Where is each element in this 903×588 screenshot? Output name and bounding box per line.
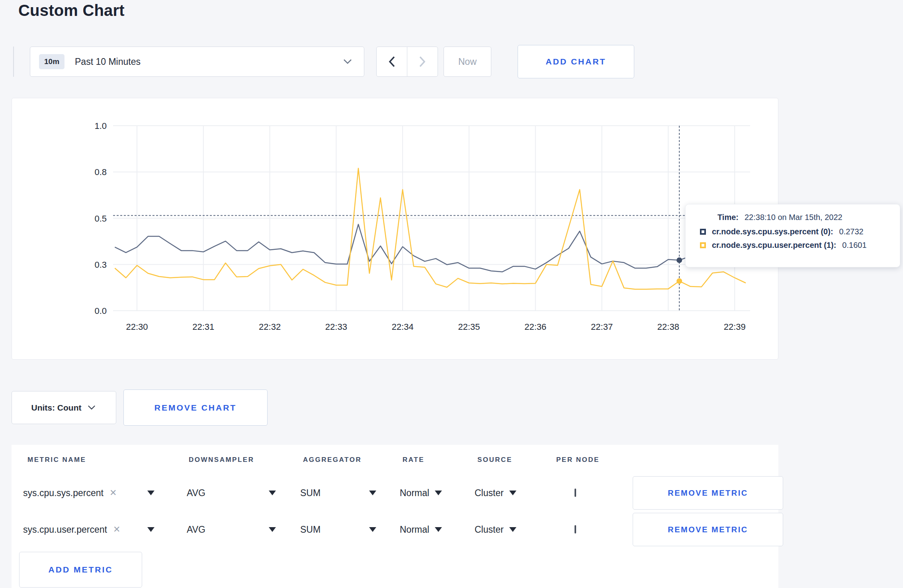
svg-text:22:33: 22:33 — [325, 322, 347, 332]
tooltip-series-row: cr.node.sys.cpu.user.percent (1): 0.1601 — [700, 241, 900, 250]
svg-text:22:35: 22:35 — [458, 322, 480, 332]
source-select[interactable]: Cluster — [475, 524, 553, 535]
time-range-select[interactable]: 10m Past 10 Minutes — [30, 47, 364, 77]
svg-text:22:36: 22:36 — [524, 322, 546, 332]
chevron-down-icon — [88, 405, 96, 411]
rate-select[interactable]: Normal — [400, 524, 475, 535]
next-range-button[interactable] — [407, 47, 438, 77]
per-node-checkbox[interactable] — [575, 525, 576, 533]
chevron-right-icon — [419, 56, 426, 68]
rate-select[interactable]: Normal — [400, 488, 475, 498]
col-header-source: SOURCE — [477, 456, 556, 464]
units-label: Units: Count — [31, 403, 82, 413]
caret-down-icon — [269, 527, 276, 532]
page-title: Custom Chart — [18, 2, 125, 19]
caret-down-icon — [509, 527, 516, 532]
caret-down-icon — [147, 491, 154, 495]
svg-text:22:38: 22:38 — [657, 322, 679, 332]
aggregator-select[interactable]: SUM — [300, 488, 376, 498]
metrics-table: METRIC NAME DOWNSAMPLER AGGREGATOR RATE … — [12, 445, 778, 588]
remove-metric-button[interactable]: REMOVE METRIC — [633, 476, 783, 510]
table-row: sys.cpu.user.percent ✕ AVG SUM Normal Cl… — [12, 511, 778, 548]
rate-value: Normal — [400, 488, 429, 498]
col-header-aggregator: AGGREGATOR — [303, 456, 403, 464]
aggregator-value: SUM — [300, 488, 321, 498]
series-swatch-sys — [700, 229, 706, 235]
col-header-per-node: PER NODE — [556, 456, 624, 464]
chart-canvas[interactable]: 1.00.80.50.30.022:3022:3122:3222:3322:34… — [12, 98, 778, 359]
tooltip-series-label: cr.node.sys.cpu.sys.percent (0): — [712, 227, 833, 236]
downsampler-select[interactable]: AVG — [187, 488, 276, 498]
svg-text:0.8: 0.8 — [94, 167, 107, 177]
svg-text:0.3: 0.3 — [94, 260, 107, 270]
caret-down-icon — [435, 491, 442, 495]
tooltip-series-label: cr.node.sys.cpu.user.percent (1): — [712, 241, 836, 250]
series-swatch-user — [700, 242, 706, 248]
svg-text:22:31: 22:31 — [192, 322, 214, 332]
table-row: sys.cpu.sys.percent ✕ AVG SUM Normal Clu… — [12, 475, 778, 511]
metric-name-value: sys.cpu.sys.percent — [23, 488, 104, 498]
metric-name-value: sys.cpu.user.percent — [23, 524, 107, 535]
downsampler-select[interactable]: AVG — [187, 524, 276, 535]
caret-down-icon — [509, 491, 516, 495]
svg-text:0.0: 0.0 — [94, 306, 107, 316]
metrics-table-header: METRIC NAME DOWNSAMPLER AGGREGATOR RATE … — [12, 445, 778, 475]
toolbar-divider — [13, 47, 14, 77]
chart-card: 1.00.80.50.30.022:3022:3122:3222:3322:34… — [12, 98, 778, 360]
caret-down-icon — [435, 527, 442, 532]
col-header-metric-name: METRIC NAME — [27, 456, 189, 464]
col-header-rate: RATE — [403, 456, 477, 464]
downsampler-value: AVG — [187, 488, 205, 498]
aggregator-value: SUM — [300, 524, 321, 535]
tooltip-series-row: cr.node.sys.cpu.sys.percent (0): 0.2732 — [700, 227, 900, 236]
svg-text:0.5: 0.5 — [94, 214, 107, 224]
caret-down-icon — [147, 527, 154, 532]
svg-text:22:32: 22:32 — [259, 322, 281, 332]
svg-text:22:39: 22:39 — [724, 322, 746, 332]
svg-text:22:30: 22:30 — [126, 322, 148, 332]
svg-text:22:37: 22:37 — [591, 322, 613, 332]
caret-down-icon — [269, 491, 276, 495]
caret-down-icon — [369, 527, 376, 532]
tooltip-time-value: 22:38:10 on Mar 15th, 2022 — [745, 213, 842, 222]
source-value: Cluster — [475, 488, 504, 498]
metric-name-select[interactable]: sys.cpu.sys.percent ✕ — [23, 488, 154, 498]
source-value: Cluster — [475, 524, 504, 535]
col-header-downsampler: DOWNSAMPLER — [189, 456, 303, 464]
time-pager — [376, 47, 438, 77]
remove-metric-button[interactable]: REMOVE METRIC — [633, 513, 783, 546]
clear-metric-icon[interactable]: ✕ — [109, 488, 117, 498]
tooltip-series-value: 0.1601 — [842, 241, 866, 250]
caret-down-icon — [369, 491, 376, 495]
per-node-checkbox[interactable] — [575, 489, 576, 497]
metric-name-select[interactable]: sys.cpu.user.percent ✕ — [23, 524, 154, 535]
chevron-left-icon — [388, 56, 395, 68]
source-select[interactable]: Cluster — [475, 488, 553, 498]
chart-tooltip: Time: 22:38:10 on Mar 15th, 2022 cr.node… — [685, 204, 900, 267]
clear-metric-icon[interactable]: ✕ — [113, 524, 120, 535]
rate-value: Normal — [400, 524, 429, 535]
svg-text:1.0: 1.0 — [94, 121, 107, 131]
add-metric-button[interactable]: ADD METRIC — [19, 552, 142, 588]
units-select[interactable]: Units: Count — [12, 391, 116, 424]
time-range-badge: 10m — [39, 54, 64, 69]
time-range-label: Past 10 Minutes — [75, 56, 141, 67]
remove-chart-button[interactable]: REMOVE CHART — [123, 389, 268, 426]
svg-text:22:34: 22:34 — [392, 322, 414, 332]
now-button[interactable]: Now — [444, 47, 491, 77]
aggregator-select[interactable]: SUM — [300, 524, 376, 535]
tooltip-time-label: Time: — [717, 213, 739, 222]
add-chart-button[interactable]: ADD CHART — [518, 45, 634, 78]
downsampler-value: AVG — [187, 524, 205, 535]
chevron-down-icon — [343, 59, 352, 64]
tooltip-series-value: 0.2732 — [839, 227, 864, 236]
prev-range-button[interactable] — [376, 47, 407, 77]
